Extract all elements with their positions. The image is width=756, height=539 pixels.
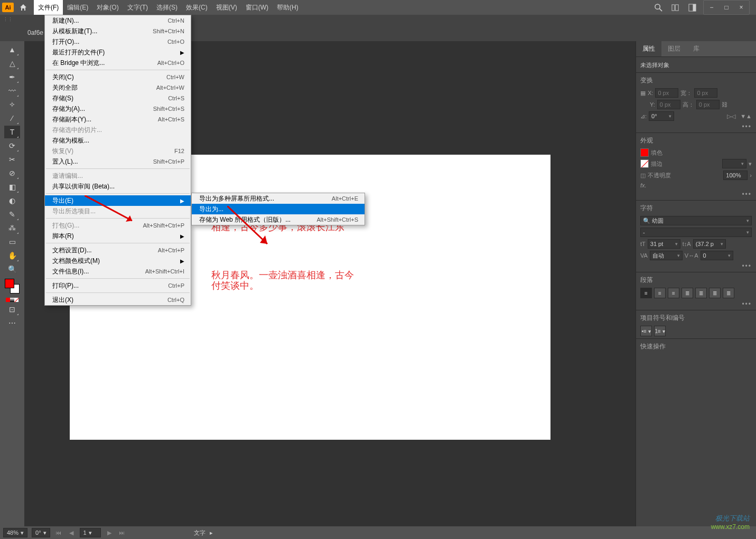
color-mode-mini[interactable] <box>6 298 18 302</box>
align-right-icon[interactable]: ≡ <box>668 288 679 298</box>
align-left-icon[interactable]: ≡ <box>640 288 652 298</box>
menu-item[interactable]: 新建(N)...Ctrl+N <box>45 15 191 26</box>
menu-item[interactable]: 最近打开的文件(F)▶ <box>45 47 191 58</box>
workspace-icon[interactable] <box>686 2 698 13</box>
fill-stroke-swatch[interactable] <box>5 279 20 294</box>
justify-left-icon[interactable]: ≣ <box>682 288 693 298</box>
font-size-field[interactable]: 31 pt▾ <box>648 239 680 249</box>
tool-disclosure-icon[interactable]: ▸ <box>210 529 213 536</box>
justify-all-icon[interactable]: ≣ <box>723 288 734 298</box>
menu-item[interactable]: 打开(O)...Ctrl+O <box>45 36 191 47</box>
edit-toolbar-icon[interactable]: ⋯ <box>4 317 20 329</box>
magic-wand-tool[interactable]: ✧ <box>4 98 20 111</box>
artboard-nav-field[interactable]: 1▾ <box>80 528 101 537</box>
submenu-item[interactable]: 导出为多种屏幕所用格式...Alt+Ctrl+E <box>192 193 365 204</box>
shape-builder-tool[interactable]: ◧ <box>4 181 20 193</box>
menu-item[interactable]: 文档设置(D)...Alt+Ctrl+P <box>45 245 191 256</box>
menu-item[interactable]: 存储为模板... <box>45 135 191 146</box>
bounds-icon[interactable]: ▦ <box>640 90 646 97</box>
rotate-tool[interactable]: ⟳ <box>4 139 20 152</box>
menu-window[interactable]: 窗口(W) <box>241 0 273 15</box>
kerning-field[interactable]: 自动▾ <box>650 251 683 260</box>
zoom-field[interactable]: 48%▾ <box>3 528 27 537</box>
more-options-icon[interactable]: ••• <box>640 123 752 130</box>
rotation-field[interactable]: 0°▾ <box>32 528 50 537</box>
menu-item[interactable]: 存储副本(Y)...Alt+Ctrl+S <box>45 114 191 125</box>
last-artboard-icon[interactable]: ⏭ <box>118 529 126 536</box>
more-options-icon[interactable]: ••• <box>640 191 752 198</box>
first-artboard-icon[interactable]: ⏮ <box>54 529 63 536</box>
x-field[interactable]: 0 px <box>655 88 678 98</box>
menu-item[interactable]: 在 Bridge 中浏览...Alt+Ctrl+O <box>45 58 191 68</box>
home-icon[interactable] <box>17 1 30 14</box>
font-style-field[interactable]: -▾ <box>640 228 752 237</box>
direct-selection-tool[interactable]: △ <box>4 57 20 70</box>
close-window-icon[interactable]: × <box>735 2 747 13</box>
font-family-field[interactable]: 🔍 幼圆▾ <box>640 216 752 225</box>
lock-aspect-icon[interactable]: ⛓ <box>722 101 727 108</box>
menu-select[interactable]: 选择(S) <box>152 0 182 15</box>
menu-edit[interactable]: 编辑(E) <box>63 0 92 15</box>
stroke-swatch-icon[interactable] <box>640 159 649 168</box>
opacity-field[interactable]: 100% <box>723 171 748 180</box>
align-center-icon[interactable]: ≡ <box>654 288 666 298</box>
angle-field[interactable]: 0°▾ <box>649 111 674 121</box>
menu-view[interactable]: 视图(V) <box>212 0 241 15</box>
menu-item[interactable]: 文档颜色模式(M)▶ <box>45 256 191 266</box>
more-options-icon[interactable]: ••• <box>640 300 752 308</box>
menu-type[interactable]: 文字(T) <box>123 0 152 15</box>
tracking-field[interactable]: 0▾ <box>701 251 733 260</box>
artboard-tool[interactable]: ▭ <box>4 235 20 248</box>
pen-tool[interactable]: ✒ <box>4 71 20 83</box>
bullets-icon[interactable]: •≡ ▾ <box>640 326 652 336</box>
scissors-tool[interactable]: ✂ <box>4 153 20 166</box>
paintbrush-tool[interactable]: ∕ <box>4 112 20 125</box>
menu-item[interactable]: 脚本(R)▶ <box>45 231 191 241</box>
menu-item[interactable]: 文件信息(I)...Alt+Shift+Ctrl+I <box>45 266 191 277</box>
panel-tab-layers[interactable]: 图层 <box>661 41 687 56</box>
y-field[interactable]: 0 px <box>657 100 680 109</box>
menu-item[interactable]: 置入(L)...Shift+Ctrl+P <box>45 156 191 167</box>
next-artboard-icon[interactable]: ▶ <box>105 529 114 536</box>
symbol-sprayer-tool[interactable]: ⁂ <box>4 222 20 234</box>
panel-tab-properties[interactable]: 属性 <box>636 41 661 56</box>
prev-artboard-icon[interactable]: ◀ <box>67 529 76 536</box>
search-icon[interactable] <box>652 2 664 13</box>
menu-item[interactable]: 共享以供审阅 (Beta)... <box>45 181 191 192</box>
type-tool[interactable]: T <box>4 126 20 138</box>
more-options-icon[interactable]: ••• <box>640 262 752 270</box>
stroke-weight-field[interactable]: ▾ <box>722 159 746 168</box>
menu-effect[interactable]: 效果(C) <box>182 0 212 15</box>
fx-label[interactable]: fx. <box>640 182 647 188</box>
blend-tool[interactable]: ◐ <box>4 194 20 207</box>
menu-help[interactable]: 帮助(H) <box>273 0 303 15</box>
numbering-icon[interactable]: 1≡ ▾ <box>654 326 666 336</box>
menu-item[interactable]: 从模板新建(T)...Shift+Ctrl+N <box>45 26 191 36</box>
arrange-docs-icon[interactable] <box>669 2 681 13</box>
leading-field[interactable]: (37.2 p▾ <box>693 239 726 249</box>
menu-item[interactable]: 存储为(A)...Shift+Ctrl+S <box>45 103 191 114</box>
justify-center-icon[interactable]: ≣ <box>695 288 707 298</box>
selection-tool[interactable]: ▲ <box>4 43 20 56</box>
menu-object[interactable]: 对象(O) <box>92 0 123 15</box>
zoom-tool[interactable]: 🔍 <box>4 263 20 276</box>
menu-item[interactable]: 关闭(C)Ctrl+W <box>45 72 191 82</box>
minimize-icon[interactable]: − <box>706 2 717 13</box>
justify-right-icon[interactable]: ≣ <box>709 288 721 298</box>
menu-item[interactable]: 退出(X)Ctrl+Q <box>45 295 191 305</box>
width-tool[interactable]: ⊘ <box>4 167 20 179</box>
width-field[interactable]: 0 px <box>694 88 717 98</box>
grip-icon[interactable]: ⋮⋮ <box>3 17 8 22</box>
menu-item[interactable]: 打印(P)...Ctrl+P <box>45 280 191 291</box>
height-field[interactable]: 0 px <box>696 100 720 109</box>
menu-item[interactable]: 关闭全部Alt+Ctrl+W <box>45 82 191 93</box>
panel-tab-libraries[interactable]: 库 <box>687 41 706 56</box>
menu-item[interactable]: 存储(S)Ctrl+S <box>45 93 191 103</box>
hand-tool[interactable]: ✋ <box>4 249 20 262</box>
eyedropper-tool[interactable]: ✎ <box>4 208 20 221</box>
curvature-tool[interactable]: 〰 <box>4 84 20 97</box>
maximize-icon[interactable]: □ <box>721 2 732 13</box>
screen-mode-icon[interactable]: ⊡ <box>4 303 20 316</box>
fill-swatch-icon[interactable] <box>640 148 649 157</box>
menu-file[interactable]: 文件(F) <box>34 0 63 15</box>
